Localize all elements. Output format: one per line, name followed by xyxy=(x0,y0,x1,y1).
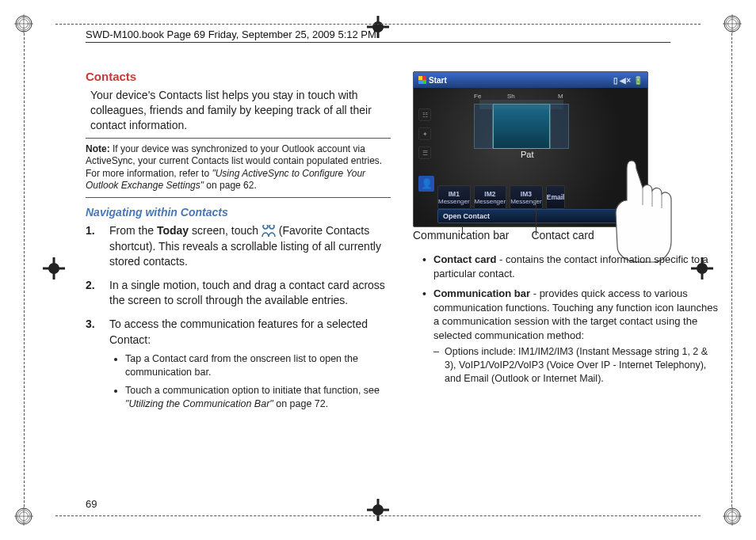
contact-name: Pat xyxy=(521,150,534,159)
carousel-tile-active xyxy=(493,104,550,149)
step-text: screen, touch xyxy=(189,224,262,237)
crop-target-icon xyxy=(14,14,33,33)
carousel-label: Sh xyxy=(507,93,515,100)
comm-chip-email: Email xyxy=(546,185,566,209)
definition-item: Communication bar - provides quick acces… xyxy=(433,287,718,386)
note-label: Note: xyxy=(86,143,110,154)
device-screenshot-figure: Start ▯ ◀× 🔋 ☷ ✦ ☰ Fe Sh xyxy=(413,71,666,241)
windows-flag-icon xyxy=(418,76,426,84)
launcher-dot-icon: ☷ xyxy=(418,108,431,121)
launcher-dot-icon: ☰ xyxy=(418,146,431,159)
substep-item: Tap a Contact card from the onscreen lis… xyxy=(125,352,391,379)
crop-edge xyxy=(24,33,25,507)
comm-chip-im2: IM2Messenger xyxy=(474,185,507,209)
callout-communication-bar: Communication bar xyxy=(413,229,509,241)
start-button-label: Start xyxy=(418,76,447,85)
svg-rect-22 xyxy=(43,268,65,270)
crop-edge xyxy=(55,24,701,25)
substep-reference: "Utilizing the Communication Bar" xyxy=(125,398,273,409)
status-icons: ▯ ◀× 🔋 xyxy=(613,76,643,85)
favorite-contacts-icon xyxy=(262,225,276,238)
carousel-label: M xyxy=(558,93,563,100)
substep-text: on page 72. xyxy=(273,398,329,409)
step-number: 1. xyxy=(86,223,95,239)
definition-term: Contact card xyxy=(433,253,496,265)
avatar-icon: 👤 xyxy=(418,176,434,192)
section-title: Contacts xyxy=(86,70,391,83)
crop-edge xyxy=(731,33,732,507)
step-item: 3. To access the communication features … xyxy=(109,317,391,411)
carousel-tile xyxy=(474,104,493,149)
crop-edge xyxy=(55,515,701,516)
page-number: 69 xyxy=(86,498,97,510)
crop-target-icon xyxy=(723,507,742,526)
step-item: 1. From the Today screen, touch (Favorit… xyxy=(109,223,391,270)
crop-target-icon xyxy=(14,507,33,526)
substep-text: Touch a communication option to initiate… xyxy=(125,385,380,396)
callout-leader xyxy=(536,198,536,235)
step-item: 2. In a single motion, touch and drag a … xyxy=(109,278,391,309)
step-text: To access the communication features for… xyxy=(109,318,368,346)
step-text: In a single motion, touch and drag a con… xyxy=(109,279,385,307)
carousel-label: Fe xyxy=(474,93,481,100)
hand-illustration-icon xyxy=(600,153,679,264)
carousel-tile xyxy=(550,104,569,149)
definition-item: Contact card - contains the contact info… xyxy=(433,253,718,280)
device-titlebar: Start ▯ ◀× 🔋 xyxy=(414,72,647,88)
definition-term: Communication bar xyxy=(433,287,530,299)
note-text: on page 62. xyxy=(204,180,257,191)
registration-mark-icon xyxy=(43,257,65,283)
intro-paragraph: Your device's Contacts list helps you st… xyxy=(90,88,391,133)
substep-item: Touch a communication option to initiate… xyxy=(125,384,391,411)
svg-rect-31 xyxy=(367,509,389,511)
comm-chip-im1: IM1Messenger xyxy=(437,185,471,209)
note-block: Note: If your device was synchronized to… xyxy=(86,143,391,192)
divider xyxy=(86,197,391,198)
callout-contact-card: Contact card xyxy=(531,229,594,241)
step-text: From the xyxy=(109,224,157,237)
divider xyxy=(86,138,391,139)
crop-target-icon xyxy=(723,14,742,33)
step-bold: Today xyxy=(157,224,189,237)
side-launcher: ☷ ✦ ☰ xyxy=(418,108,431,159)
definition-subitem: Options include: IM1/IM2/IM3 (Instant Me… xyxy=(445,345,718,386)
step-number: 2. xyxy=(86,278,95,294)
callout-leader xyxy=(462,226,463,235)
framemaker-header: SWD-M100.book Page 69 Friday, September … xyxy=(86,29,376,40)
launcher-dot-icon: ✦ xyxy=(418,127,431,140)
step-number: 3. xyxy=(86,317,95,333)
subheading: Navigating within Contacts xyxy=(86,206,391,219)
registration-mark-icon xyxy=(367,499,389,524)
comm-chip-im3: IM3Messenger xyxy=(510,185,543,209)
